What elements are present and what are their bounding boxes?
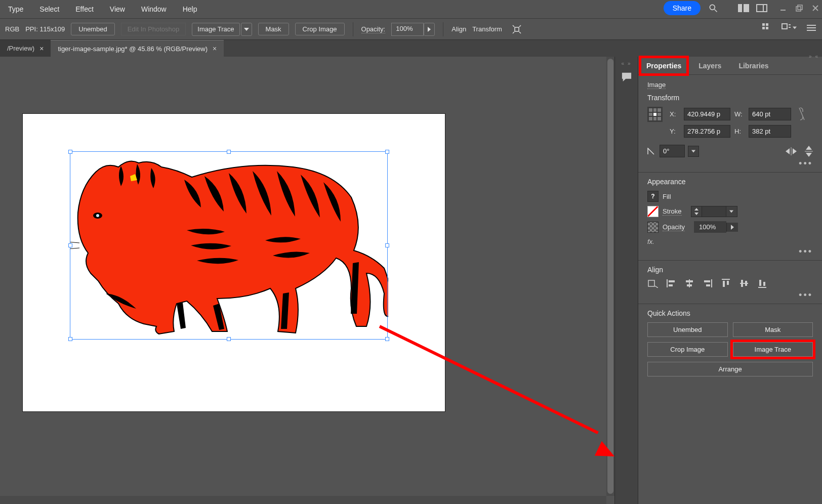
close-tab-icon[interactable]: × [213,45,217,53]
qa-crop-button[interactable]: Crop Image [647,342,728,357]
snap-pixel-icon[interactable] [761,22,772,33]
svg-rect-49 [759,280,761,286]
panel-expand-icon[interactable]: » « [809,54,819,59]
transform-button[interactable]: Transform [472,25,502,33]
scrollbar-vertical[interactable] [606,57,614,496]
selection-handle[interactable] [385,337,389,341]
align-button[interactable]: Align [451,25,466,33]
opacity-value-input[interactable]: 100% [694,221,726,233]
scrollbar-horizontal[interactable] [0,496,606,504]
stroke-weight-input[interactable] [702,206,726,217]
crop-image-button[interactable]: Crop Image [295,23,345,35]
selection-handle[interactable] [68,150,72,154]
arrange-icon[interactable] [782,23,797,32]
mask-button[interactable]: Mask [258,23,289,35]
opacity-label[interactable]: Opacity [663,223,685,231]
menu-type[interactable]: Type [5,2,26,16]
selection-handle[interactable] [227,150,231,154]
svg-rect-39 [711,279,712,287]
flip-vertical-icon[interactable] [805,146,813,157]
more-options-icon[interactable]: ••• [647,290,813,301]
flip-horizontal-icon[interactable] [786,147,797,155]
align-to-icon[interactable] [647,279,659,288]
svg-rect-8 [796,7,801,11]
qa-image-trace-button[interactable]: Image Trace [733,342,813,357]
tab-properties[interactable]: Properties [641,58,686,73]
selection-handle[interactable] [68,337,72,341]
opacity-input[interactable]: 100% [391,23,424,36]
h-input[interactable]: 382 pt [749,125,791,138]
minimize-icon[interactable] [779,5,787,12]
image-trace-preset-dropdown[interactable] [241,23,252,36]
x-input[interactable]: 420.9449 p [684,108,730,120]
align-top-icon[interactable] [720,279,731,288]
svg-rect-11 [515,27,519,31]
selection-handle[interactable] [68,243,72,247]
align-right-icon[interactable] [702,279,713,288]
svg-rect-50 [763,282,765,286]
selection-bounds[interactable] [70,151,388,340]
selection-handle[interactable] [385,243,389,247]
image-trace-button[interactable]: Image Trace [192,23,239,36]
close-tab-icon[interactable]: × [39,45,44,53]
y-input[interactable]: 278.2756 p [684,125,730,138]
tab-layers[interactable]: Layers [693,58,726,73]
qa-arrange-button[interactable]: Arrange [647,362,813,376]
align-hcenter-icon[interactable] [684,279,695,288]
document-tab-inactive[interactable]: /Preview) × [0,40,51,57]
align-left-icon[interactable] [666,279,677,288]
h-label: H: [734,128,745,135]
svg-rect-38 [687,284,692,286]
share-button[interactable]: Share [664,1,701,15]
selection-handle[interactable] [227,337,231,341]
qa-mask-button[interactable]: Mask [733,322,813,337]
svg-rect-42 [722,279,730,280]
opacity-dropdown[interactable] [726,223,738,232]
workspace-switcher-icon[interactable] [738,3,749,14]
fill-swatch[interactable]: ? [647,191,659,202]
fx-label[interactable]: fx. [647,238,813,245]
svg-line-15 [519,32,521,33]
menu-select[interactable]: Select [36,2,62,16]
arrange-documents-icon[interactable] [756,3,767,14]
rotate-input[interactable]: 0° [660,145,685,157]
menu-window[interactable]: Window [138,2,170,16]
w-input[interactable]: 640 pt [749,108,791,120]
rotate-dropdown[interactable] [688,146,699,157]
qa-unembed-button[interactable]: Unembed [647,322,728,337]
unembed-button[interactable]: Unembed [71,23,114,35]
more-options-icon[interactable]: ••• [647,246,813,257]
isolate-icon[interactable] [511,24,522,35]
window-controls [779,5,819,12]
align-vcenter-icon[interactable] [738,279,750,288]
svg-rect-16 [762,23,765,26]
search-icon[interactable] [708,3,719,14]
stroke-weight-dropdown[interactable] [726,206,737,217]
document-tab-active[interactable]: tiger-image-sample.jpg* @ 45.86 % (RGB/P… [51,40,224,57]
stroke-swatch[interactable] [647,206,659,217]
reference-point-icon[interactable] [647,107,663,122]
canvas-area[interactable] [0,57,614,504]
maximize-icon[interactable] [796,5,803,12]
menu-help[interactable]: Help [180,2,200,16]
opacity-dropdown[interactable] [424,23,435,36]
selection-handle[interactable] [385,150,389,154]
svg-rect-47 [745,281,747,286]
list-view-icon[interactable] [806,22,817,33]
align-bottom-icon[interactable] [757,279,768,288]
constrain-proportions-icon[interactable] [798,107,805,121]
document-tab-label: tiger-image-sample.jpg* @ 45.86 % (RGB/P… [58,45,208,53]
tab-libraries[interactable]: Libraries [733,58,773,73]
stroke-weight-stepper[interactable] [691,206,702,217]
close-icon[interactable] [812,5,819,12]
top-right-controls: Share [664,1,819,15]
y-label: Y: [670,128,680,135]
more-options-icon[interactable]: ••• [647,158,813,169]
dock-collapse-icon[interactable]: « » [622,61,632,66]
menu-effect[interactable]: Effect [72,2,97,16]
comments-icon[interactable] [621,71,632,82]
menu-view[interactable]: View [107,2,128,16]
stroke-label[interactable]: Stroke [663,207,682,216]
svg-rect-33 [667,279,668,287]
opacity-label[interactable]: Opacity: [361,25,386,33]
